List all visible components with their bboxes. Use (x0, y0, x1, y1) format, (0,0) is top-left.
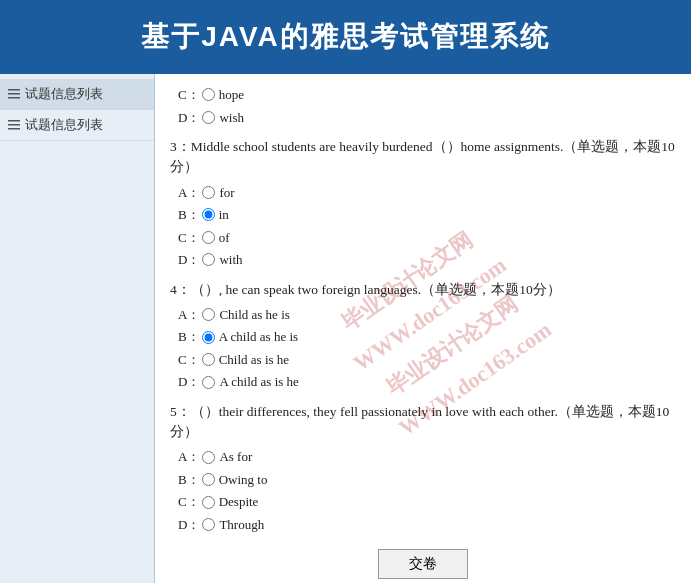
list-icon-2 (8, 119, 20, 131)
sidebar-item-1-label: 试题信息列表 (25, 85, 103, 103)
q3-a-label: A： (178, 183, 200, 203)
q5-option-b: B： Owing to (178, 470, 676, 490)
q4-b-radio[interactable] (202, 331, 215, 344)
main-content: 毕业设计论文网 WWW.doc163.com 毕业设计论文网 WWW.doc16… (155, 74, 691, 583)
svg-rect-0 (8, 89, 20, 91)
submit-button[interactable]: 交卷 (378, 549, 468, 579)
q4-a-radio[interactable] (202, 308, 215, 321)
q3-d-radio[interactable] (202, 253, 215, 266)
list-icon (8, 88, 20, 100)
q4-a-label: A： (178, 305, 200, 325)
q3-b-text: in (219, 205, 229, 225)
svg-rect-1 (8, 93, 20, 95)
q4-d-text: A child as is he (219, 372, 298, 392)
q5-c-radio[interactable] (202, 496, 215, 509)
submit-area: 交卷 (170, 549, 676, 579)
q3-c-radio[interactable] (202, 231, 215, 244)
q3-c-text: of (219, 228, 230, 248)
q4-option-d: D： A child as is he (178, 372, 676, 392)
svg-rect-5 (8, 128, 20, 130)
q3-b-label: B： (178, 205, 200, 225)
question-5-title: 5：（）their differences, they fell passion… (170, 402, 676, 443)
q4-c-label: C： (178, 350, 200, 370)
svg-rect-2 (8, 97, 20, 99)
q3-a-text: for (219, 183, 234, 203)
q4-option-b: B： A child as he is (178, 327, 676, 347)
option-c-radio[interactable] (202, 88, 215, 101)
option-c-text: hope (219, 85, 244, 105)
q3-c-label: C： (178, 228, 200, 248)
q4-option-c: C： Child as is he (178, 350, 676, 370)
q3-d-label: D： (178, 250, 200, 270)
sidebar: 试题信息列表 试题信息列表 (0, 74, 155, 583)
question-4-title: 4：（）, he can speak two foreign languages… (170, 280, 676, 300)
option-d-radio[interactable] (202, 111, 215, 124)
question-4: 4：（）, he can speak two foreign languages… (170, 280, 676, 392)
truncated-options: C： hope D： wish (170, 85, 676, 127)
q3-option-a: A： for (178, 183, 676, 203)
q5-a-text: As for (219, 447, 252, 467)
q5-c-text: Despite (219, 492, 259, 512)
q4-c-text: Child as is he (219, 350, 289, 370)
q5-d-label: D： (178, 515, 200, 535)
q4-b-label: B： (178, 327, 200, 347)
question-3-title: 3：Middle school students are heavily bur… (170, 137, 676, 178)
q5-option-c: C： Despite (178, 492, 676, 512)
question-5: 5：（）their differences, they fell passion… (170, 402, 676, 535)
app-title: 基于JAVA的雅思考试管理系统 (0, 0, 691, 74)
svg-rect-4 (8, 124, 20, 126)
q5-b-text: Owing to (219, 470, 268, 490)
sidebar-item-2-label: 试题信息列表 (25, 116, 103, 134)
q5-d-text: Through (219, 515, 264, 535)
svg-rect-3 (8, 120, 20, 122)
option-d-truncated: D： wish (178, 108, 676, 128)
q5-option-d: D： Through (178, 515, 676, 535)
q4-c-radio[interactable] (202, 353, 215, 366)
option-c-truncated: C： hope (178, 85, 676, 105)
q5-option-a: A： As for (178, 447, 676, 467)
q5-b-radio[interactable] (202, 473, 215, 486)
option-c-label: C： (178, 85, 200, 105)
q3-option-b: B： in (178, 205, 676, 225)
q3-b-radio[interactable] (202, 208, 215, 221)
q3-d-text: with (219, 250, 242, 270)
q4-d-radio[interactable] (202, 376, 215, 389)
q5-d-radio[interactable] (202, 518, 215, 531)
q5-a-radio[interactable] (202, 451, 215, 464)
q4-d-label: D： (178, 372, 200, 392)
option-d-label: D： (178, 108, 200, 128)
q5-a-label: A： (178, 447, 200, 467)
q5-c-label: C： (178, 492, 200, 512)
q3-option-d: D： with (178, 250, 676, 270)
q4-a-text: Child as he is (219, 305, 289, 325)
q4-option-a: A： Child as he is (178, 305, 676, 325)
q3-a-radio[interactable] (202, 186, 215, 199)
sidebar-item-2[interactable]: 试题信息列表 (0, 110, 154, 141)
sidebar-item-1[interactable]: 试题信息列表 (0, 79, 154, 110)
option-d-text: wish (219, 108, 244, 128)
question-3: 3：Middle school students are heavily bur… (170, 137, 676, 270)
q5-b-label: B： (178, 470, 200, 490)
q3-option-c: C： of (178, 228, 676, 248)
q4-b-text: A child as he is (219, 327, 298, 347)
